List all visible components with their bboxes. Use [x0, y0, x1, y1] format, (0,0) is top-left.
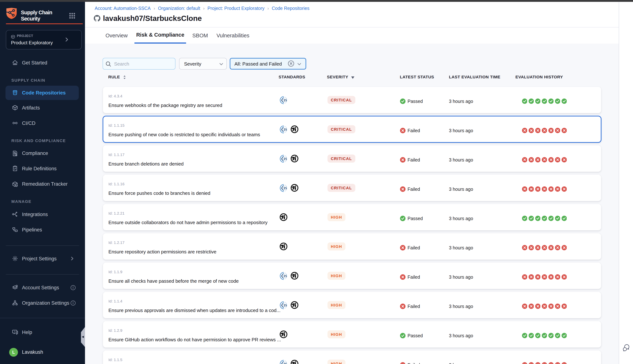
svg-text:?: ?	[14, 330, 16, 333]
